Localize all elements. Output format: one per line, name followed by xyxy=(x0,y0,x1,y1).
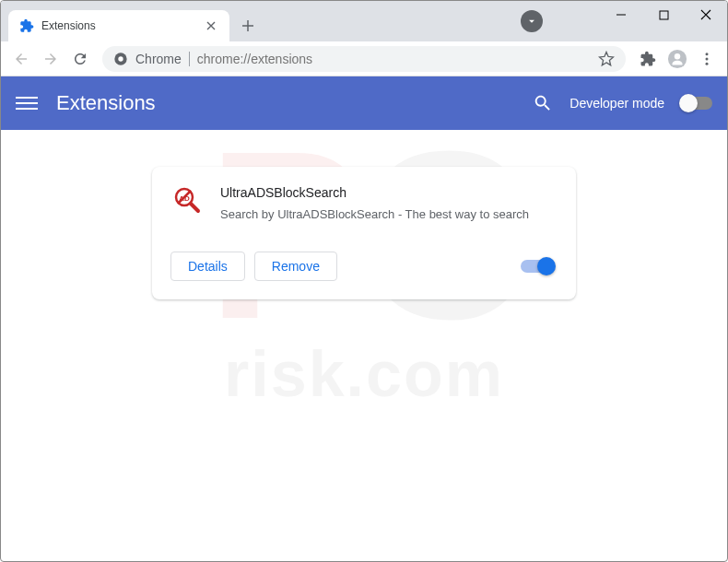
search-button[interactable] xyxy=(533,93,553,113)
plus-icon xyxy=(241,19,254,32)
avatar-icon xyxy=(667,49,687,69)
close-icon xyxy=(700,9,711,20)
svg-point-7 xyxy=(706,62,709,64)
page-title: Extensions xyxy=(56,91,156,115)
content-area: AD UltraADSBlockSearch Search by UltraAD… xyxy=(1,130,727,336)
menu-button[interactable] xyxy=(694,46,720,72)
svg-rect-0 xyxy=(660,11,668,19)
omnibox-url: chrome://extensions xyxy=(197,52,312,66)
svg-point-5 xyxy=(706,53,709,55)
dots-vertical-icon xyxy=(699,51,715,67)
puzzle-icon xyxy=(19,18,34,33)
chrome-icon xyxy=(113,52,128,66)
extension-description: Search by UltraADSBlockSearch - The best… xyxy=(220,205,529,224)
developer-mode-toggle[interactable] xyxy=(681,97,712,110)
reload-button[interactable] xyxy=(67,46,93,72)
extension-card: AD UltraADSBlockSearch Search by UltraAD… xyxy=(152,167,576,299)
puzzle-icon xyxy=(640,51,656,67)
forward-button[interactable] xyxy=(38,46,64,72)
svg-point-4 xyxy=(675,53,680,59)
minimize-button[interactable] xyxy=(600,1,642,29)
browser-tab[interactable]: Extensions xyxy=(8,10,229,41)
tab-close-button[interactable] xyxy=(204,18,218,33)
window-controls xyxy=(600,1,727,29)
maximize-button[interactable] xyxy=(642,1,685,29)
minimize-icon xyxy=(616,9,627,20)
omnibox-divider xyxy=(189,52,190,66)
window-titlebar: Extensions xyxy=(1,1,727,41)
svg-line-11 xyxy=(191,204,198,211)
extension-name: UltraADSBlockSearch xyxy=(220,185,529,200)
reload-icon xyxy=(72,51,88,67)
omnibox-prefix: Chrome xyxy=(135,52,182,66)
new-tab-button[interactable] xyxy=(235,13,261,39)
page-header: Extensions Developer mode xyxy=(1,76,727,130)
caret-down-icon xyxy=(525,15,538,28)
arrow-left-icon xyxy=(13,51,29,67)
maximize-icon xyxy=(659,10,669,20)
developer-mode-label: Developer mode xyxy=(569,96,664,111)
close-window-button[interactable] xyxy=(685,1,727,29)
remove-button[interactable]: Remove xyxy=(254,252,337,281)
tab-title: Extensions xyxy=(41,19,196,32)
close-icon xyxy=(206,21,216,30)
address-bar[interactable]: Chrome chrome://extensions xyxy=(102,46,626,72)
menu-toggle[interactable] xyxy=(16,92,38,114)
arrow-right-icon xyxy=(42,51,59,67)
details-button[interactable]: Details xyxy=(170,252,245,281)
profile-button[interactable] xyxy=(664,46,690,72)
profile-badge[interactable] xyxy=(521,10,543,32)
extensions-button[interactable] xyxy=(635,46,661,72)
star-icon[interactable] xyxy=(598,51,615,67)
svg-point-2 xyxy=(118,56,123,61)
browser-toolbar: Chrome chrome://extensions xyxy=(1,41,727,76)
extension-enable-toggle[interactable] xyxy=(521,260,552,273)
extension-icon: AD xyxy=(170,185,204,218)
back-button[interactable] xyxy=(8,46,34,72)
svg-point-6 xyxy=(706,57,709,60)
